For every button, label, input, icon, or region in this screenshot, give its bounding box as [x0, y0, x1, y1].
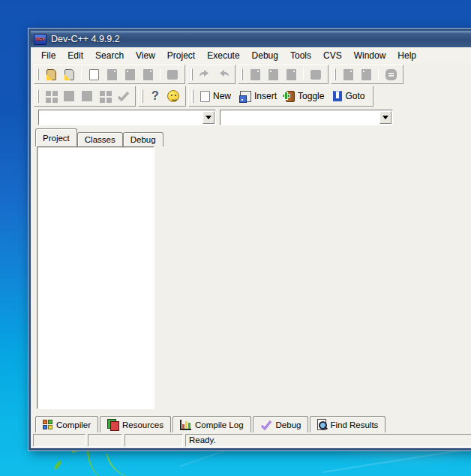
compile-icon: [46, 91, 51, 96]
run-button[interactable]: [60, 88, 78, 104]
redo-button[interactable]: [214, 66, 232, 83]
menu-file[interactable]: File: [35, 49, 62, 62]
rebuild-all-button[interactable]: [96, 88, 114, 104]
new-file-button[interactable]: [85, 66, 103, 83]
tab-classes[interactable]: Classes: [77, 132, 123, 146]
tab-find-results-label: Find Results: [330, 420, 378, 429]
toolbar-main: [34, 65, 185, 84]
menu-cvs[interactable]: CVS: [317, 49, 348, 62]
tab-resources[interactable]: Resources: [100, 416, 171, 432]
save-icon: [107, 69, 117, 80]
undo-button[interactable]: [196, 66, 214, 83]
remove-from-project-icon: [286, 69, 296, 80]
menu-search[interactable]: Search: [89, 49, 130, 62]
project-properties-button[interactable]: [307, 66, 325, 83]
compile-button[interactable]: [42, 88, 60, 104]
about-button[interactable]: [164, 88, 182, 104]
find-button[interactable]: [339, 66, 357, 83]
toolbar-project: [238, 65, 328, 84]
status-panel-2: [88, 434, 122, 447]
menu-tools[interactable]: Tools: [284, 49, 317, 62]
menu-execute[interactable]: Execute: [201, 49, 245, 62]
toolbar-separator: [303, 68, 304, 81]
toolbar-gripper[interactable]: [37, 68, 39, 81]
open-project-button[interactable]: [42, 66, 60, 83]
help-button[interactable]: ?: [146, 88, 164, 104]
new-button[interactable]: New: [196, 88, 236, 104]
menu-debug[interactable]: Debug: [246, 49, 284, 62]
open-project-icon: [46, 69, 56, 80]
insert-icon: [240, 91, 251, 102]
insert-button[interactable]: Insert: [236, 88, 282, 104]
save-all-button[interactable]: [121, 66, 139, 83]
new-unit-button[interactable]: [246, 66, 264, 83]
toolbar-gripper[interactable]: [141, 89, 143, 103]
tab-compile-log[interactable]: Compile Log: [172, 416, 251, 432]
open-file-icon: [64, 69, 74, 80]
desktop-wallpaper: DEV Dev-C++ 4.9.9.2 File Edit Search Vie…: [0, 0, 471, 476]
toolbar-gripper[interactable]: [241, 68, 243, 81]
goto-bookmark-button[interactable]: Goto: [329, 88, 370, 104]
project-tree-panel[interactable]: [37, 146, 154, 409]
goto-line-button[interactable]: [382, 66, 400, 83]
add-to-project-button[interactable]: [264, 66, 282, 83]
tab-debug[interactable]: Debug: [123, 132, 164, 146]
save-button[interactable]: [103, 66, 121, 83]
redo-icon: [217, 69, 230, 80]
open-file-button[interactable]: [60, 66, 78, 83]
status-message: Ready.: [185, 434, 471, 447]
tab-debug-bottom[interactable]: Debug: [253, 416, 309, 432]
menu-project[interactable]: Project: [161, 49, 201, 62]
toolbar-gripper[interactable]: [191, 89, 194, 103]
close-file-button[interactable]: [139, 66, 157, 83]
toolbar-edit: [188, 65, 236, 84]
toggle-button-label: Toggle: [298, 91, 324, 101]
menu-view[interactable]: View: [130, 49, 161, 62]
remove-from-project-button[interactable]: [282, 66, 300, 83]
menu-edit[interactable]: Edit: [62, 49, 89, 62]
window-title: Dev-C++ 4.9.9.2: [51, 34, 120, 44]
status-panel-3: [124, 434, 183, 447]
toolbar-row-compile: ? New Insert Toggle G: [31, 85, 471, 107]
chevron-down-icon: [382, 116, 388, 119]
close-file-icon: [143, 69, 153, 80]
toolbar-gripper[interactable]: [190, 68, 193, 81]
save-all-icon: [125, 69, 135, 80]
toolbar-gripper[interactable]: [37, 89, 39, 103]
goto-button-label: Goto: [345, 91, 364, 101]
print-button[interactable]: [164, 66, 182, 83]
tab-project[interactable]: Project: [35, 128, 77, 146]
toolbar-row-combos: [31, 107, 471, 127]
combobox-left-dropdown-button[interactable]: [202, 111, 214, 124]
tab-compiler-label: Compiler: [56, 420, 91, 429]
bottom-tab-bar: Compiler Resources Compile Log Debug Fin…: [31, 414, 471, 432]
find-results-icon: [317, 419, 326, 430]
tab-compiler[interactable]: Compiler: [35, 416, 98, 432]
syntax-check-button[interactable]: [114, 88, 132, 104]
menu-help[interactable]: Help: [392, 49, 422, 62]
title-bar[interactable]: DEV Dev-C++ 4.9.9.2: [31, 31, 471, 47]
menu-window[interactable]: Window: [348, 49, 392, 62]
new-button-label: New: [213, 91, 231, 101]
goto-bookmark-icon: [333, 91, 342, 101]
run-icon: [64, 91, 74, 101]
toolbar-specials: New Insert Toggle Goto: [188, 86, 374, 107]
combobox-right-dropdown-button[interactable]: [380, 111, 392, 124]
combobox-right[interactable]: [220, 110, 393, 125]
toggle-bookmark-button[interactable]: Toggle: [282, 88, 329, 104]
chevron-down-icon: [206, 116, 212, 119]
client-area: Project Classes Debug: [31, 127, 471, 414]
tab-find-results[interactable]: Find Results: [310, 416, 386, 432]
toolbar-compile-run: [34, 86, 136, 107]
undo-icon: [199, 69, 212, 80]
help-icon: ?: [152, 89, 159, 103]
rebuild-all-icon: [100, 91, 105, 96]
menu-bar: File Edit Search View Project Execute De…: [31, 47, 471, 64]
resources-icon: [107, 419, 118, 430]
toolbar-gripper[interactable]: [334, 68, 336, 81]
side-tab-bar: Project Classes Debug: [35, 128, 164, 146]
replace-button[interactable]: [357, 66, 375, 83]
tab-resources-label: Resources: [122, 420, 164, 429]
combobox-left[interactable]: [38, 110, 216, 125]
compile-and-run-button[interactable]: [78, 88, 96, 104]
